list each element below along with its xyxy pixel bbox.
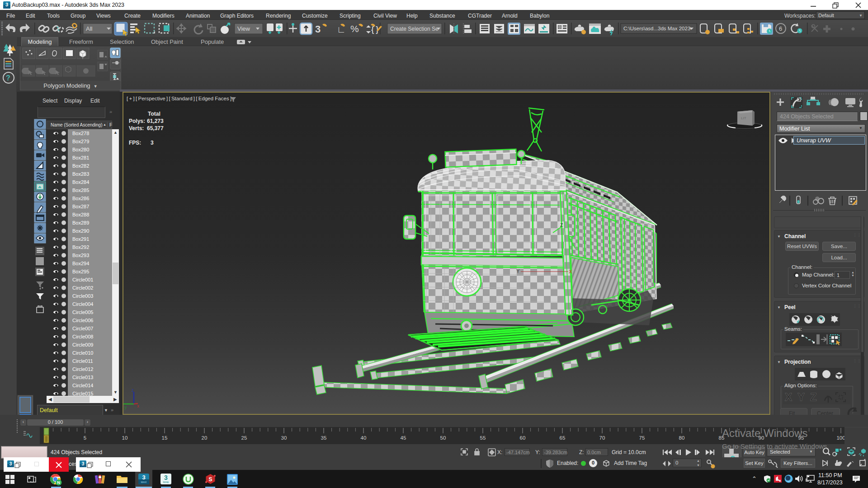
svg-text:70: 70 [599, 435, 605, 441]
svg-text:15: 15 [162, 435, 168, 441]
svg-text:All: All [86, 25, 93, 32]
svg-text:55: 55 [480, 435, 486, 441]
svg-text:45: 45 [401, 435, 406, 441]
svg-text:View: View [237, 25, 250, 32]
svg-text:3: 3 [164, 474, 168, 481]
svg-text:S: S [208, 476, 212, 483]
svg-text:25: 25 [241, 435, 247, 441]
svg-text:10: 10 [122, 435, 128, 441]
svg-text:Z: Z [810, 391, 817, 403]
svg-text:100: 100 [836, 435, 844, 441]
svg-text:y: y [124, 405, 127, 410]
svg-text:50: 50 [440, 435, 446, 441]
svg-text:x: x [137, 404, 139, 408]
svg-text:3: 3 [315, 23, 321, 35]
svg-text:Y: Y [516, 268, 520, 274]
svg-text:6: 6 [779, 25, 782, 32]
svg-text:Z: Z [560, 223, 563, 228]
svg-text:30: 30 [281, 435, 287, 441]
svg-text:?: ? [6, 74, 10, 82]
svg-text:85: 85 [719, 435, 725, 441]
svg-text:35: 35 [321, 435, 327, 441]
svg-text:N: N [57, 480, 60, 485]
svg-text:60: 60 [520, 435, 526, 441]
svg-text:MAX: MAX [141, 481, 146, 483]
svg-text:X: X [569, 269, 572, 274]
svg-text:95: 95 [798, 435, 804, 441]
svg-text:5: 5 [84, 435, 86, 441]
svg-text:65: 65 [560, 435, 566, 441]
svg-text:{ }: { } [371, 24, 379, 34]
svg-text:X: X [785, 391, 792, 403]
svg-text:%: % [350, 23, 359, 34]
svg-text:80: 80 [679, 435, 685, 441]
svg-text:Y: Y [797, 391, 805, 403]
svg-text:z: z [132, 388, 134, 393]
svg-text:3: 3 [142, 474, 145, 481]
svg-text:40: 40 [361, 435, 367, 441]
svg-text:Create Selection Se: Create Selection Se [390, 26, 439, 32]
svg-text:LIT: LIT [741, 116, 746, 120]
svg-text:MAE: MAE [163, 481, 169, 483]
svg-text:C:\Users\asd...3ds Max 2023: C:\Users\asd...3ds Max 2023 [623, 26, 690, 31]
svg-text:75: 75 [639, 435, 645, 441]
svg-text:20: 20 [202, 435, 208, 441]
svg-text:90: 90 [759, 435, 764, 441]
svg-text:3: 3 [5, 2, 8, 7]
